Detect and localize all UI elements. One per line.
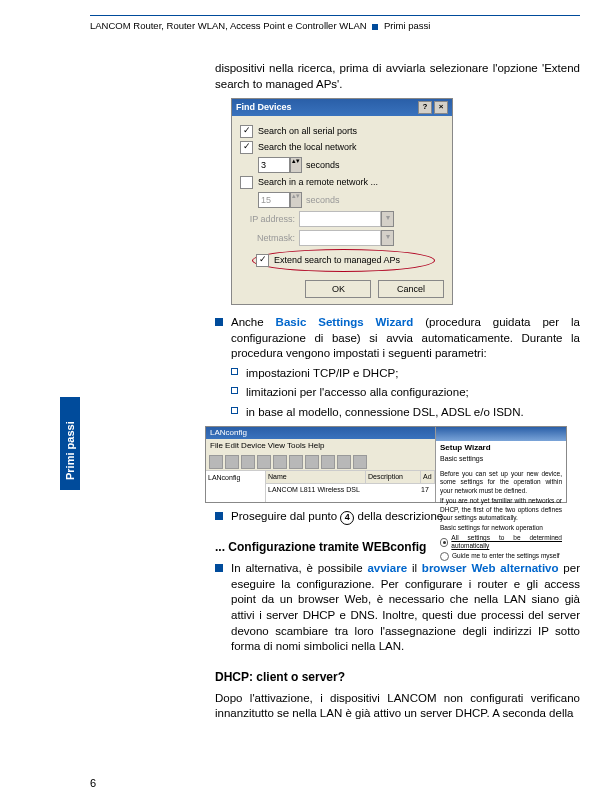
text: della descrizione. xyxy=(358,510,447,522)
seconds-input[interactable]: 3 xyxy=(258,157,290,173)
toolbar-icon[interactable] xyxy=(321,455,335,469)
label: Guide me to enter the settings myself xyxy=(452,552,560,560)
cell-name: LANCOM L811 Wireless DSL xyxy=(266,484,365,495)
lanconfig-toolbar[interactable] xyxy=(206,454,435,471)
sub-bullet-1: impostazioni TCP/IP e DHCP; xyxy=(231,366,580,382)
tree-root[interactable]: LANconfig xyxy=(208,473,263,482)
text: Proseguire dal punto 4 della descrizione… xyxy=(231,509,446,525)
toolbar-icon[interactable] xyxy=(289,455,303,469)
close-icon[interactable]: × xyxy=(434,101,448,114)
square-icon xyxy=(372,24,378,30)
text: Basic settings xyxy=(440,455,483,462)
text: Setup Wizard xyxy=(440,443,491,452)
sub-bullet-2: limitazioni per l'accesso alla configura… xyxy=(231,385,580,401)
col-name[interactable]: Name xyxy=(266,471,366,482)
toolbar-icon[interactable] xyxy=(273,455,287,469)
lanconfig-main-window: LANconfig File Edit Device View Tools He… xyxy=(206,427,436,502)
text: in base al modello, connessione DSL, ADS… xyxy=(246,405,524,421)
seconds-row: 3 ▴▾ seconds xyxy=(258,157,444,173)
lanconfig-body: LANconfig Name Description Ad LANCOM L81… xyxy=(206,471,435,502)
toolbar-icon[interactable] xyxy=(209,455,223,469)
dropdown-icon: ▾ xyxy=(381,211,394,227)
toolbar-icon[interactable] xyxy=(337,455,351,469)
dialog-body: ✓ Search on all serial ports ✓ Search th… xyxy=(232,116,452,304)
toolbar-icon[interactable] xyxy=(305,455,319,469)
link-basic-wizard[interactable]: Basic Settings Wizard xyxy=(276,316,414,328)
wizard-text-1: Before you can set up your new device, s… xyxy=(440,470,562,495)
setup-wizard-panel: Setup Wizard Basic settings Before you c… xyxy=(436,427,566,502)
wizard-radio-1[interactable]: All settings to be determined automatica… xyxy=(440,534,562,551)
heading-dhcp: DHCP: client o server? xyxy=(215,669,580,685)
toolbar-icon[interactable] xyxy=(225,455,239,469)
wizard-banner xyxy=(436,427,566,441)
cancel-button[interactable]: Cancel xyxy=(378,280,444,298)
mask-label: Netmask: xyxy=(240,232,295,244)
text: Anche xyxy=(231,316,276,328)
text: impostazioni TCP/IP e DHCP; xyxy=(246,366,398,382)
tree-panel[interactable]: LANconfig xyxy=(206,471,266,502)
text: Proseguire dal punto xyxy=(231,510,340,522)
seconds-input-2: 15 xyxy=(258,192,290,208)
mask-row: Netmask: ▾ xyxy=(240,230,444,246)
checkbox-icon: ✓ xyxy=(256,254,269,267)
col-ad[interactable]: Ad xyxy=(421,471,435,482)
list-row[interactable]: LANCOM L811 Wireless DSL 17 xyxy=(266,484,435,495)
checkbox-serial[interactable]: ✓ Search on all serial ports xyxy=(240,125,444,138)
col-desc[interactable]: Description xyxy=(366,471,421,482)
page: LANCOM Router, Router WLAN, Access Point… xyxy=(0,0,595,807)
highlight-circle: ✓ Extend search to managed APs xyxy=(252,249,435,272)
label: Extend search to managed APs xyxy=(274,254,400,266)
mask-field xyxy=(299,230,381,246)
link-browser-web[interactable]: browser Web alternativo xyxy=(422,562,559,574)
checkbox-extend[interactable]: ✓ Extend search to managed APs xyxy=(256,254,431,267)
seconds-label-2: seconds xyxy=(306,194,340,206)
seconds-label: seconds xyxy=(306,159,340,171)
header-line xyxy=(90,15,580,16)
square-bullet-icon xyxy=(215,318,223,326)
header-bar: LANCOM Router, Router WLAN, Access Point… xyxy=(90,20,580,31)
link-avviare[interactable]: avviare xyxy=(367,562,407,574)
title-controls: ? × xyxy=(418,101,448,114)
lanconfig-titlebar: LANconfig xyxy=(206,427,435,439)
dialog-title: Find Devices xyxy=(236,101,292,113)
radio-icon xyxy=(440,538,448,547)
square-open-icon xyxy=(231,387,238,394)
help-icon[interactable]: ? xyxy=(418,101,432,114)
ip-row: IP address: ▾ xyxy=(240,211,444,227)
page-number: 6 xyxy=(90,777,96,789)
cell-ad: 17 xyxy=(419,484,435,495)
lanconfig-menubar[interactable]: File Edit Device View Tools Help xyxy=(206,439,435,454)
bullet-basic-wizard: Anche Basic Settings Wizard (procedura g… xyxy=(215,315,580,362)
square-open-icon xyxy=(231,368,238,375)
toolbar-icon[interactable] xyxy=(241,455,255,469)
label: All settings to be determined automatica… xyxy=(451,534,562,551)
sub-bullets: impostazioni TCP/IP e DHCP; limitazioni … xyxy=(231,366,580,421)
toolbar-icon[interactable] xyxy=(257,455,271,469)
dialog-buttons: OK Cancel xyxy=(240,280,444,298)
toolbar-icon[interactable] xyxy=(353,455,367,469)
intro-para: dispositivi nella ricerca, prima di avvi… xyxy=(215,61,580,92)
dhcp-para: Dopo l'attivazione, i dispositivi LANCOM… xyxy=(215,691,580,722)
content: dispositivi nella ricerca, prima di avvi… xyxy=(215,61,580,722)
spinner-icon[interactable]: ▴▾ xyxy=(290,157,302,173)
checkbox-local[interactable]: ✓ Search the local network xyxy=(240,141,444,154)
label: Search on all serial ports xyxy=(258,125,357,137)
circled-number-icon: 4 xyxy=(340,511,354,525)
wizard-text-2: If you are not yet familiar with network… xyxy=(440,497,562,522)
checkbox-icon: ✓ xyxy=(240,141,253,154)
ok-button[interactable]: OK xyxy=(305,280,371,298)
square-bullet-icon xyxy=(215,564,223,572)
list-panel: Name Description Ad LANCOM L811 Wireless… xyxy=(266,471,435,502)
wizard-radio-2[interactable]: Guide me to enter the settings myself xyxy=(440,552,562,561)
ip-label: IP address: xyxy=(240,213,295,225)
seconds-row-2: 15 ▴▾ seconds xyxy=(258,192,444,208)
wizard-body: Before you can set up your new device, s… xyxy=(436,467,566,565)
wizard-title: Setup Wizard Basic settings xyxy=(436,441,566,467)
radio-icon xyxy=(440,552,449,561)
checkbox-remote[interactable]: Search in a remote network ... xyxy=(240,176,444,189)
header-left: LANCOM Router, Router WLAN, Access Point… xyxy=(90,20,367,31)
lanconfig-screenshot: LANconfig File Edit Device View Tools He… xyxy=(205,426,567,503)
ip-field xyxy=(299,211,381,227)
text: In alternativa, è possibile avviare il b… xyxy=(231,561,580,654)
side-tab: Primi passi xyxy=(60,397,80,490)
